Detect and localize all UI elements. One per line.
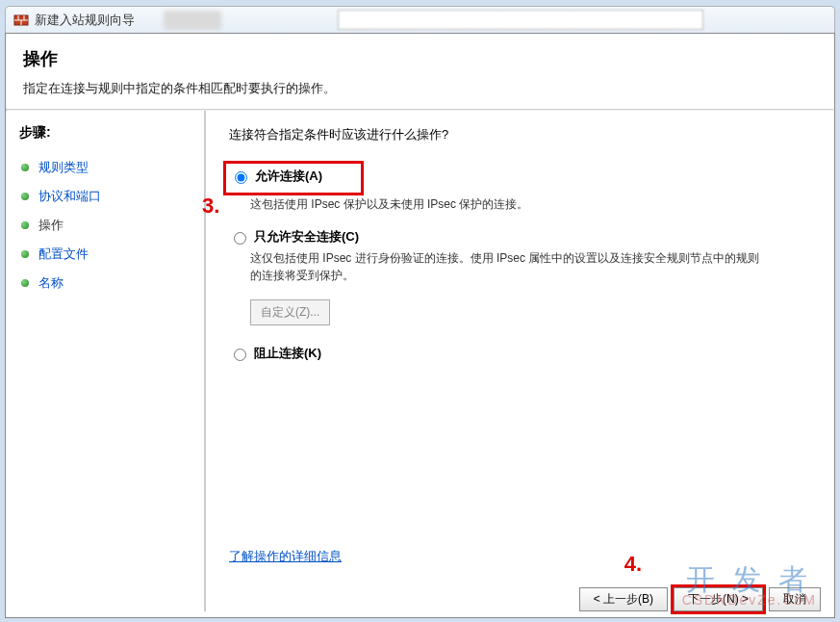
back-button[interactable]: < 上一步(B) bbox=[579, 587, 668, 611]
radio-secure[interactable] bbox=[234, 232, 246, 245]
bullet-icon bbox=[21, 221, 29, 229]
steps-heading: 步骤: bbox=[19, 124, 196, 142]
prompt-question: 连接符合指定条件时应该进行什么操作? bbox=[229, 126, 811, 143]
annotation-3: 3. bbox=[202, 194, 219, 219]
radio-label: 只允许安全连接(C) bbox=[254, 228, 359, 246]
radio-allow[interactable] bbox=[235, 171, 247, 184]
page-subtitle: 指定在连接与规则中指定的条件相匹配时要执行的操作。 bbox=[23, 80, 817, 97]
title-bar: 新建入站规则向导 bbox=[5, 6, 835, 33]
step-label: 配置文件 bbox=[38, 246, 89, 263]
step-label: 规则类型 bbox=[38, 159, 89, 176]
option-allow[interactable]: 允许连接(A) bbox=[230, 168, 322, 185]
steps-sidebar: 步骤: 规则类型 协议和端口 操作 配置文件 bbox=[6, 111, 206, 611]
customize-button: 自定义(Z)... bbox=[250, 299, 330, 325]
annotation-highlight-next: 下一步(N) > bbox=[671, 584, 766, 614]
step-name[interactable]: 名称 bbox=[19, 269, 196, 298]
content-panel: 连接符合指定条件时应该进行什么操作? 允许连接(A) 这包括使用 IPsec 保… bbox=[206, 111, 834, 611]
header-section: 操作 指定在连接与规则中指定的条件相匹配时要执行的操作。 bbox=[6, 34, 834, 109]
next-button[interactable]: 下一步(N) > bbox=[674, 587, 763, 611]
annotation-highlight-allow: 允许连接(A) bbox=[223, 161, 364, 195]
firewall-icon bbox=[13, 13, 29, 28]
page-title: 操作 bbox=[23, 47, 817, 70]
bullet-icon bbox=[21, 250, 29, 258]
step-label: 操作 bbox=[38, 217, 64, 234]
radio-block[interactable] bbox=[234, 349, 246, 361]
annotation-4: 4. bbox=[624, 552, 642, 577]
option-secure[interactable]: 只允许安全连接(C) bbox=[229, 228, 811, 246]
bullet-icon bbox=[21, 193, 29, 200]
step-profile[interactable]: 配置文件 bbox=[19, 240, 196, 269]
bullet-icon bbox=[21, 279, 29, 287]
step-label: 协议和端口 bbox=[38, 188, 101, 205]
step-label: 名称 bbox=[38, 274, 64, 292]
learn-more-link[interactable]: 了解操作的详细信息 bbox=[229, 548, 342, 565]
wizard-window: 操作 指定在连接与规则中指定的条件相匹配时要执行的操作。 步骤: 规则类型 协议… bbox=[5, 33, 835, 618]
option-allow-desc: 这包括使用 IPsec 保护以及未使用 IPsec 保护的连接。 bbox=[250, 195, 760, 213]
option-secure-desc: 这仅包括使用 IPsec 进行身份验证的连接。使用 IPsec 属性中的设置以及… bbox=[250, 249, 760, 284]
option-block[interactable]: 阻止连接(K) bbox=[229, 345, 811, 362]
cancel-button[interactable]: 取消 bbox=[769, 587, 821, 611]
radio-label: 阻止连接(K) bbox=[254, 345, 321, 362]
step-action[interactable]: 操作 bbox=[19, 211, 196, 240]
step-rule-type[interactable]: 规则类型 bbox=[19, 153, 196, 182]
step-protocol-port[interactable]: 协议和端口 bbox=[19, 182, 196, 211]
blurred-region bbox=[164, 11, 221, 30]
button-bar: < 上一步(B) 下一步(N) > 取消 bbox=[579, 587, 821, 611]
bullet-icon bbox=[21, 164, 29, 171]
window-title: 新建入站规则向导 bbox=[35, 12, 135, 29]
blurred-field bbox=[338, 10, 703, 30]
radio-label: 允许连接(A) bbox=[255, 168, 322, 185]
